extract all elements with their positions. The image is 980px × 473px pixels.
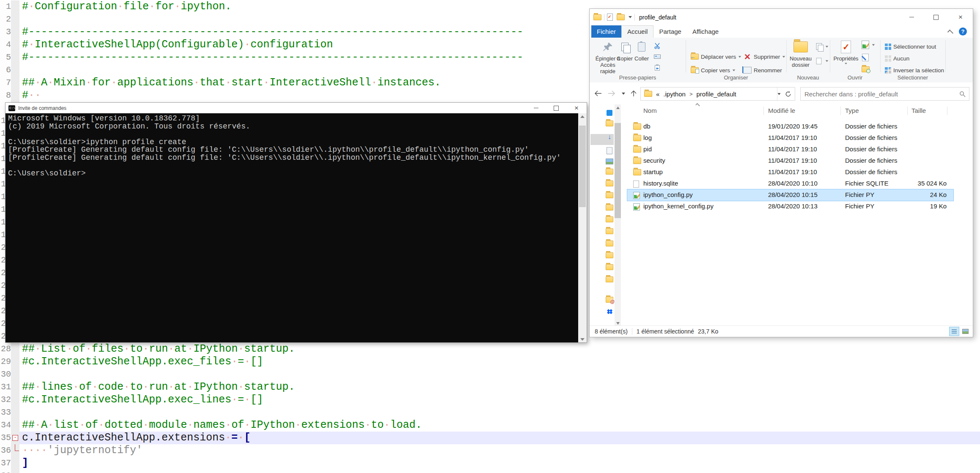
column-header-modified[interactable]: Modifié le bbox=[768, 107, 795, 114]
select-all-button[interactable]: Sélectionner tout bbox=[885, 42, 936, 51]
code-text[interactable] bbox=[19, 406, 980, 419]
file-row-startup[interactable]: startup11/04/2017 19:10Dossier de fichie… bbox=[627, 167, 953, 178]
tab-fichier[interactable]: Fichier bbox=[591, 25, 621, 38]
code-text[interactable]: ##·A·list·of·dotted·module·names·of·IPyt… bbox=[19, 419, 980, 432]
code-text[interactable]: #c.InteractiveShellApp.exec_files·=·[] bbox=[19, 355, 980, 368]
select-none-button[interactable]: Aucun bbox=[885, 54, 909, 63]
new-folder-button[interactable]: Nouveau dossier bbox=[788, 39, 813, 68]
delete-button[interactable]: Supprimer bbox=[743, 52, 785, 61]
address-dropdown-icon[interactable] bbox=[777, 93, 780, 95]
file-row-history.sqlite[interactable]: history.sqlite28/04/2020 10:10Fichier SQ… bbox=[627, 178, 953, 189]
breadcrumb-current[interactable]: profile_default bbox=[696, 90, 736, 98]
explorer-minimize-button[interactable] bbox=[899, 9, 924, 25]
file-row-db[interactable]: db19/01/2020 19:45Dossier de fichiers bbox=[627, 121, 953, 132]
breadcrumb-prefix[interactable]: « bbox=[656, 90, 659, 98]
file-row-ipython_kernel_config.py[interactable]: ipython_kernel_config.py28/04/2020 10:13… bbox=[627, 201, 953, 212]
explorer-titlebar[interactable]: profile_default bbox=[590, 9, 973, 25]
open-button[interactable] bbox=[861, 40, 875, 49]
recent-locations-button[interactable] bbox=[618, 88, 629, 98]
nav-scroll-up-icon[interactable] bbox=[616, 107, 620, 109]
command-prompt-window[interactable]: Invite de commandes Microsoft Windows [v… bbox=[5, 103, 587, 342]
nav-item-folder-icon[interactable] bbox=[606, 252, 613, 259]
cmd-titlebar[interactable]: Invite de commandes bbox=[5, 103, 587, 113]
explorer-close-button[interactable] bbox=[948, 9, 973, 25]
code-text[interactable]: c.InteractiveShellApp.extensions·=·[ bbox=[19, 432, 980, 444]
cmd-maximize-button[interactable] bbox=[546, 103, 566, 113]
nav-item-folder-icon[interactable] bbox=[606, 120, 613, 127]
tab-affichage[interactable]: Affichage bbox=[687, 25, 724, 38]
cmd-minimize-button[interactable] bbox=[526, 103, 546, 113]
qat-properties-icon[interactable] bbox=[607, 14, 613, 21]
invert-selection-button[interactable]: Inverser la sélection bbox=[885, 66, 944, 75]
nav-item-folder-icon[interactable] bbox=[606, 204, 613, 211]
file-row-log[interactable]: log11/04/2017 19:10Dossier de fichiers bbox=[627, 132, 953, 144]
nav-item-folder-icon[interactable] bbox=[606, 168, 613, 175]
tab-partage[interactable]: Partage bbox=[653, 25, 687, 38]
nav-item-quick-access-icon[interactable] bbox=[606, 109, 613, 117]
scroll-up-icon[interactable] bbox=[580, 115, 585, 118]
easy-access-button[interactable] bbox=[815, 42, 829, 51]
breadcrumb-parent[interactable]: .ipython bbox=[663, 90, 686, 98]
code-text[interactable] bbox=[19, 470, 980, 473]
column-header-size[interactable]: Taille bbox=[911, 107, 926, 114]
paste-shortcut-button[interactable] bbox=[653, 63, 662, 72]
move-to-button[interactable]: Déplacer vers bbox=[690, 52, 741, 61]
nav-item-pictures-icon[interactable] bbox=[606, 158, 613, 165]
tab-accueil[interactable]: Accueil bbox=[621, 25, 653, 38]
editor-line-38[interactable]: 38 bbox=[0, 470, 980, 473]
editor-line-31[interactable]: 31##·lines·of·code·to·run·at·IPython·sta… bbox=[0, 381, 980, 394]
copy-to-button[interactable]: Copier vers bbox=[690, 66, 736, 75]
help-button[interactable] bbox=[959, 27, 967, 36]
new-item-button[interactable] bbox=[815, 56, 829, 66]
column-header-type[interactable]: Type bbox=[845, 107, 859, 114]
refresh-icon[interactable] bbox=[785, 91, 791, 97]
nav-item-dropbox-icon[interactable] bbox=[606, 308, 613, 315]
fold-margin[interactable]: - bbox=[11, 432, 19, 444]
collapse-ribbon-icon[interactable] bbox=[947, 29, 953, 35]
code-text[interactable] bbox=[19, 368, 980, 381]
thumbnails-view-button[interactable] bbox=[960, 327, 970, 336]
nav-scrollbar-thumb[interactable] bbox=[615, 123, 621, 218]
nav-scrollbar[interactable] bbox=[615, 104, 621, 326]
code-text[interactable]: ····'jupyternotify' bbox=[19, 444, 980, 457]
scroll-down-icon[interactable] bbox=[580, 338, 585, 341]
console-output[interactable]: Microsoft Windows [version 10.0.18362.77… bbox=[5, 113, 578, 342]
nav-item-folder-icon[interactable] bbox=[606, 276, 613, 283]
nav-item-folder-icon[interactable] bbox=[606, 180, 613, 187]
column-header-name[interactable]: Nom bbox=[643, 107, 657, 114]
forward-button[interactable] bbox=[607, 88, 617, 98]
qat-customize-icon[interactable] bbox=[629, 16, 632, 18]
cut-button[interactable] bbox=[653, 41, 662, 50]
edit-button[interactable] bbox=[861, 53, 870, 62]
code-text[interactable]: #c.InteractiveShellApp.exec_lines·=·[] bbox=[19, 394, 980, 406]
code-text[interactable]: ] bbox=[19, 457, 980, 470]
rename-button[interactable]: Renommer bbox=[743, 66, 782, 75]
search-input[interactable] bbox=[801, 90, 959, 98]
history-button[interactable] bbox=[861, 65, 870, 74]
nav-item-folder-icon[interactable] bbox=[606, 216, 613, 223]
editor-line-34[interactable]: 34##·A·list·of·dotted·module·names·of·IP… bbox=[0, 419, 980, 432]
code-text[interactable]: ##·List·of·files·to·run·at·IPython·start… bbox=[19, 343, 980, 355]
nav-item-downloads-icon[interactable] bbox=[606, 133, 613, 141]
editor-line-36[interactable]: 36····'jupyternotify' bbox=[0, 444, 980, 457]
file-row-ipython_config.py[interactable]: ipython_config.py28/04/2020 10:15Fichier… bbox=[627, 189, 953, 201]
editor-line-29[interactable]: 29#c.InteractiveShellApp.exec_files·=·[] bbox=[0, 355, 980, 368]
nav-item-folder-icon[interactable] bbox=[606, 191, 613, 199]
back-button[interactable] bbox=[593, 88, 603, 98]
copy-path-button[interactable] bbox=[653, 52, 662, 61]
editor-line-32[interactable]: 32#c.InteractiveShellApp.exec_lines·=·[] bbox=[0, 394, 980, 406]
qat-new-folder-icon[interactable] bbox=[617, 14, 625, 20]
properties-button[interactable]: Propriétés bbox=[833, 39, 859, 65]
nav-item-folder-icon[interactable] bbox=[606, 240, 613, 247]
file-row-security[interactable]: security11/04/2017 19:10Dossier de fichi… bbox=[627, 155, 953, 167]
editor-line-33[interactable]: 33 bbox=[0, 406, 980, 419]
editor-line-35[interactable]: 35-c.InteractiveShellApp.extensions·=·[ bbox=[0, 432, 980, 444]
details-view-button[interactable] bbox=[949, 327, 959, 336]
paste-button[interactable]: Coller bbox=[632, 39, 651, 62]
nav-item-outlook-folder-icon[interactable] bbox=[606, 296, 613, 303]
cmd-close-button[interactable] bbox=[566, 103, 587, 113]
scrollbar-thumb[interactable] bbox=[579, 126, 586, 207]
fold-collapse-icon[interactable]: - bbox=[12, 435, 18, 441]
file-explorer-window[interactable]: profile_default Fichier Accueil Partage … bbox=[590, 9, 973, 337]
nav-item-folder-icon[interactable] bbox=[606, 227, 613, 235]
